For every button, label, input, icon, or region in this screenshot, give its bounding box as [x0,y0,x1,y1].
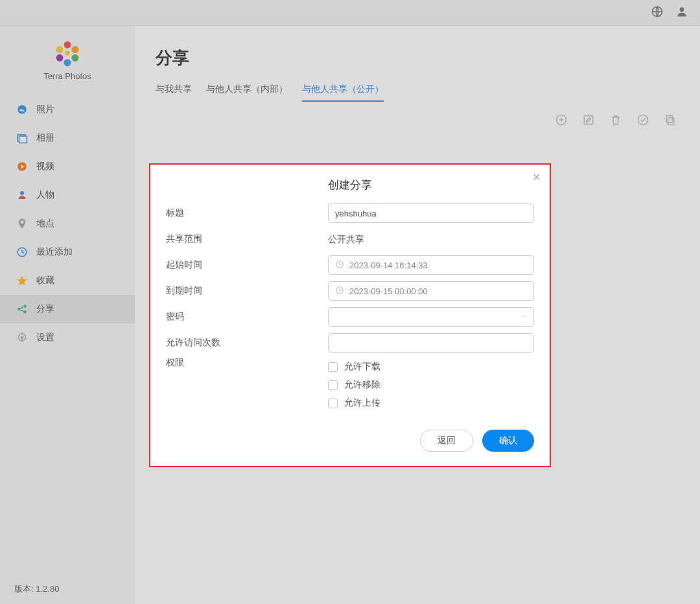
label-password: 密码 [166,311,328,323]
tab-share-internal[interactable]: 与他人共享（内部） [206,84,288,102]
sidebar-item-label: 照片 [36,104,54,115]
svg-point-2 [64,41,71,49]
back-label: 返回 [438,435,456,445]
svg-point-16 [18,308,21,311]
sidebar-item-label: 设置 [36,332,54,343]
star-icon [16,275,29,286]
svg-rect-11 [19,136,27,143]
label-scope: 共享范围 [166,233,328,245]
svg-point-22 [638,115,648,125]
sidebar-item-places[interactable]: 地点 [0,209,135,238]
start-time-input[interactable]: 2023-09-14 16:14:33 [328,255,534,275]
recent-icon [16,246,29,258]
dialog-actions: 返回 确认 [166,430,534,452]
topbar [0,0,700,26]
brand: Terra Photos [0,34,135,91]
sidebar-item-label: 地点 [36,218,54,229]
perm-label: 允许移除 [344,379,380,391]
svg-point-1 [680,7,684,12]
sidebar-item-label: 最近添加 [36,246,73,258]
title-input[interactable] [328,203,534,223]
svg-rect-24 [666,115,672,122]
svg-point-6 [56,54,64,62]
back-button[interactable]: 返回 [420,430,473,452]
svg-rect-21 [584,115,592,124]
checkbox-icon[interactable] [328,380,338,390]
perm-label: 允许上传 [344,397,380,409]
page-title: 分享 [156,47,679,69]
svg-point-17 [23,305,27,308]
label-start-time: 起始时间 [166,259,328,271]
svg-point-5 [64,59,71,66]
permissions-group: 允许下载 允许移除 允许上传 [328,357,534,409]
svg-point-3 [71,46,78,53]
sidebar-item-label: 人物 [36,189,54,201]
toolbar [156,113,679,126]
tab-label: 与我共享 [156,84,192,94]
sidebar-item-photos[interactable]: 照片 [0,95,135,124]
scope-value: 公开共享 [328,234,364,244]
confirm-label: 确认 [499,435,517,445]
place-icon [16,218,29,229]
sidebar-item-label: 视频 [36,161,54,172]
perm-label: 允许下载 [344,361,380,373]
svg-point-19 [21,336,24,340]
close-icon[interactable]: ✕ [532,171,541,183]
sidebar-item-label: 分享 [36,303,54,315]
svg-point-18 [23,310,27,314]
svg-point-13 [20,191,24,195]
checkbox-icon[interactable] [328,362,338,372]
svg-point-7 [56,46,64,53]
globe-icon[interactable] [651,5,664,21]
add-icon[interactable] [555,113,568,126]
sidebar-item-people[interactable]: 人物 [0,181,135,209]
sidebar-item-settings[interactable]: 设置 [0,323,135,352]
eye-hidden-icon[interactable]: ᵕᵕ [521,312,528,321]
tab-share-public[interactable]: 与他人共享（公开） [302,84,384,102]
sidebar-item-albums[interactable]: 相册 [0,124,135,152]
visits-input[interactable] [328,333,534,353]
svg-rect-23 [668,118,674,125]
confirm-button[interactable]: 确认 [482,430,534,452]
label-permissions: 权限 [166,357,328,369]
svg-point-4 [71,54,78,62]
create-share-dialog: ✕ 创建分享 标题 共享范围 公开共享 起始时间 2023-09-14 16:1… [149,163,551,467]
checkbox-icon[interactable] [328,399,338,408]
perm-allow-upload[interactable]: 允许上传 [328,397,534,409]
password-input[interactable] [328,307,534,327]
sidebar-nav: 照片 相册 视频 人物 地点 最近添加 收藏 分享 [0,95,135,352]
svg-point-8 [65,51,69,55]
version-text: 版本: 1.2.80 [14,583,59,595]
perm-allow-download[interactable]: 允许下载 [328,361,534,373]
sidebar: Terra Photos 照片 相册 视频 人物 地点 最近添加 收藏 [0,26,135,604]
copy-icon[interactable] [664,113,677,126]
edit-icon[interactable] [582,113,595,126]
person-icon [16,189,29,201]
end-time-input[interactable]: 2023-09-15 00:00:00 [328,281,534,301]
share-icon [16,303,29,315]
brand-name: Terra Photos [43,71,91,81]
svg-point-14 [21,221,24,224]
sidebar-item-favorites[interactable]: 收藏 [0,266,135,295]
start-time-value: 2023-09-14 16:14:33 [349,261,428,270]
label-title: 标题 [166,207,328,219]
sidebar-item-videos[interactable]: 视频 [0,152,135,181]
dialog-title: 创建分享 [328,178,534,192]
user-icon[interactable] [675,5,688,21]
tab-label: 与他人共享（公开） [302,84,384,94]
video-icon [16,161,29,172]
clock-icon [335,286,344,297]
album-icon [16,132,29,144]
sidebar-item-share[interactable]: 分享 [0,295,135,323]
perm-allow-remove[interactable]: 允许移除 [328,379,534,391]
tabs: 与我共享 与他人共享（内部） 与他人共享（公开） [156,84,679,102]
photos-icon [16,104,29,115]
end-time-value: 2023-09-15 00:00:00 [349,286,428,296]
sidebar-item-recent[interactable]: 最近添加 [0,238,135,266]
tab-label: 与他人共享（内部） [206,84,288,94]
app-logo-icon [53,39,82,67]
check-icon[interactable] [636,113,649,126]
tab-shared-with-me[interactable]: 与我共享 [156,84,192,102]
sidebar-item-label: 收藏 [36,275,54,286]
delete-icon[interactable] [609,113,622,126]
